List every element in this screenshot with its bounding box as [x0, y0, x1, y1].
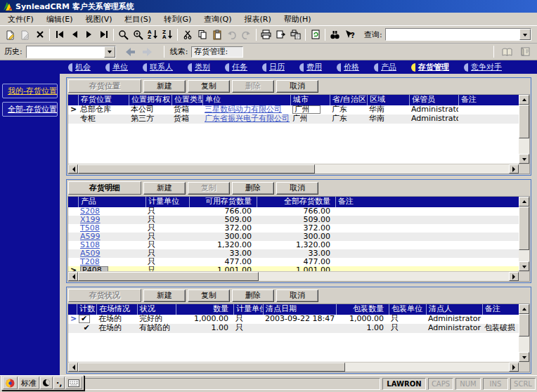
menu-edit[interactable]: 编辑(E)	[40, 13, 79, 26]
query-combobox[interactable]	[385, 28, 531, 41]
search-icon[interactable]	[116, 27, 131, 41]
column-header[interactable]: 备注	[335, 197, 519, 207]
table-row[interactable]: A509 只 33.00 33.00	[68, 249, 519, 258]
scrollbar-track[interactable]	[519, 314, 529, 352]
tab-inventory[interactable]: 存货管理	[411, 62, 449, 72]
product-link[interactable]: A509	[78, 249, 145, 258]
column-header[interactable]: 计量单位	[145, 197, 189, 207]
copy-icon[interactable]	[195, 27, 209, 41]
tab-competitor[interactable]: 竞争对手	[464, 62, 502, 72]
column-header[interactable]: 单位	[202, 95, 290, 105]
history-combobox-value[interactable]	[27, 46, 104, 58]
column-header[interactable]: 位置类型	[172, 95, 202, 105]
undo-icon[interactable]	[224, 27, 239, 41]
scrollbar-track[interactable]	[78, 272, 509, 281]
scroll-up-button[interactable]	[519, 304, 529, 314]
new-record-icon[interactable]	[3, 27, 18, 41]
column-header[interactable]: 可用存货数量	[189, 197, 257, 207]
product-link[interactable]: S108	[78, 241, 145, 249]
find-icon[interactable]	[328, 27, 342, 41]
table-row[interactable]: S108 只 1,320.00 1,320.00	[68, 241, 519, 249]
ime-mode-button[interactable]: 标准	[18, 377, 39, 389]
product-link[interactable]: S208	[78, 207, 145, 216]
tab-calendar[interactable]: 日历	[262, 62, 285, 72]
column-header[interactable]: 保管员	[409, 95, 458, 105]
scroll-up-button[interactable]	[519, 95, 529, 105]
column-header[interactable]: 清点日期	[263, 304, 336, 315]
scrollbar-thumb[interactable]	[519, 207, 529, 250]
query-combobox-value[interactable]	[386, 29, 519, 40]
ime-punctuation-button[interactable]: ·,	[53, 377, 65, 389]
column-header[interactable]: 城市	[290, 95, 330, 105]
vertical-scrollbar[interactable]	[519, 304, 529, 362]
scrollbar-track[interactable]	[78, 164, 509, 174]
conditions-delete-button[interactable]: 删除	[232, 289, 274, 302]
column-header[interactable]: 备注	[482, 304, 519, 315]
table-row[interactable]: 专柜 第三方 货箱 广东省振兴电子有限公司 广州 广东 华南 Administr…	[68, 115, 519, 124]
details-cancel-button[interactable]: 取消	[276, 182, 318, 195]
scroll-right-button[interactable]	[509, 164, 519, 174]
sort-descending-icon[interactable]: ZA	[160, 27, 175, 41]
last-record-icon[interactable]	[96, 27, 111, 41]
menu-file[interactable]: 文件(F)	[1, 13, 40, 26]
menu-view[interactable]: 视图(V)	[79, 13, 118, 26]
menu-report[interactable]: 报表(R)	[238, 13, 278, 26]
details-copy-button[interactable]: 复制	[188, 182, 230, 195]
table-row[interactable]: X199 只 509.00 509.00	[68, 216, 519, 224]
locations-delete-button[interactable]: 删除	[232, 80, 274, 93]
column-header[interactable]: 包装数量	[336, 304, 389, 315]
tab-category[interactable]: 类别	[188, 62, 210, 72]
column-header[interactable]: 存货位置	[78, 95, 129, 105]
scroll-down-button[interactable]	[519, 261, 529, 271]
scroll-down-button[interactable]	[519, 154, 529, 164]
conditions-new-button[interactable]: 新建	[143, 289, 186, 302]
table-row[interactable]: S208 只 766.00 766.00	[68, 207, 519, 216]
column-header[interactable]: 备注	[458, 95, 519, 105]
scrollbar-thumb[interactable]	[519, 314, 529, 337]
details-new-button[interactable]: 新建	[143, 182, 186, 195]
scrollbar-thumb[interactable]	[519, 105, 529, 138]
locations-copy-button[interactable]: 复制	[188, 80, 230, 93]
scrollbar-thumb[interactable]	[78, 272, 259, 281]
horizontal-scrollbar[interactable]	[68, 164, 519, 174]
column-header[interactable]: 区域	[367, 95, 409, 105]
query-dropdown-button[interactable]	[519, 29, 531, 40]
print-icon[interactable]	[259, 27, 273, 41]
tab-company[interactable]: 单位	[105, 62, 128, 72]
ime-softkeyboard-icon[interactable]	[65, 377, 82, 389]
sidebar-item-my-locations[interactable]: 我的-存货位置	[2, 84, 58, 98]
forward-arrow-icon[interactable]	[141, 48, 158, 56]
tab-task[interactable]: 任务	[225, 62, 247, 72]
column-header[interactable]: 计数	[77, 304, 96, 315]
product-link[interactable]: X199	[78, 216, 145, 224]
scrollbar-thumb[interactable]	[78, 164, 315, 174]
tab-expense[interactable]: 费用	[299, 62, 322, 72]
cut-icon[interactable]	[180, 27, 195, 41]
filter-search-icon[interactable]	[131, 27, 145, 41]
back-arrow-icon[interactable]	[119, 48, 137, 56]
horizontal-scrollbar[interactable]	[68, 362, 519, 372]
column-header[interactable]: 位置拥有权	[129, 95, 172, 105]
sidebar-item-all-locations[interactable]: 全部-存货位置	[2, 102, 58, 117]
scrollbar-track[interactable]	[519, 105, 529, 154]
scroll-down-button[interactable]	[519, 352, 529, 362]
notebook-icon[interactable]	[500, 45, 515, 59]
locations-new-button[interactable]: 新建	[143, 80, 186, 93]
context-help-icon[interactable]: ?	[342, 27, 357, 41]
table-row[interactable]: > ✔ 在场的 完好的 1,000.00 只 2003-09-22 18:47 …	[68, 315, 519, 324]
history-combobox[interactable]	[26, 46, 116, 58]
table-row-selected[interactable]: > P408 只 1,001.00 1,001.00	[68, 266, 519, 271]
tab-product[interactable]: 产品	[374, 62, 396, 72]
scrollbar-thumb[interactable]	[78, 362, 345, 372]
vertical-scrollbar[interactable]	[519, 95, 529, 164]
tab-opportunity[interactable]: 机会	[68, 62, 91, 72]
column-header[interactable]: 在场情况	[96, 304, 137, 315]
first-record-icon[interactable]	[52, 27, 67, 41]
scroll-left-button[interactable]	[68, 272, 78, 281]
ime-fullwidth-moon-icon[interactable]	[40, 377, 53, 389]
scroll-left-button[interactable]	[68, 164, 78, 174]
menu-help[interactable]: 帮助(H)	[278, 13, 318, 26]
paste-icon[interactable]	[209, 27, 224, 41]
column-header[interactable]: 清点人	[426, 304, 482, 315]
address-book-icon[interactable]	[518, 45, 533, 59]
